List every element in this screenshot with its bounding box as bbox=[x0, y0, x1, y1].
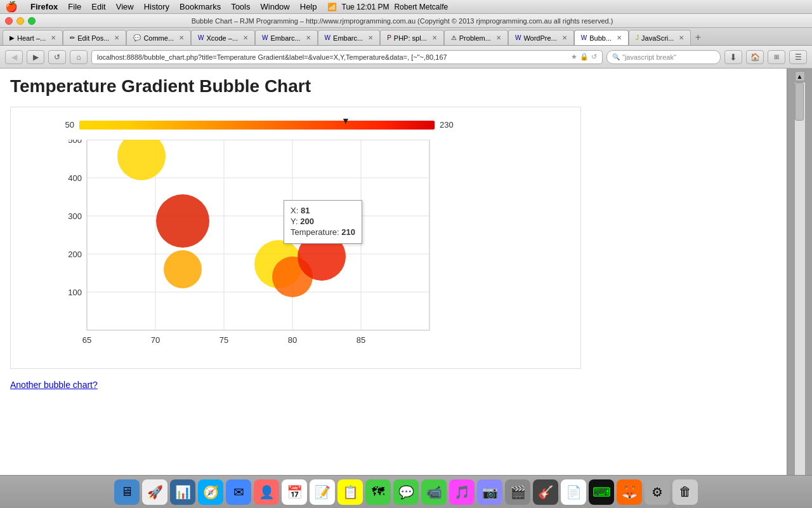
menu-firefox[interactable]: Firefox bbox=[30, 2, 58, 11]
forward-button[interactable]: ▶ bbox=[27, 50, 44, 64]
traffic-lights[interactable] bbox=[5, 17, 36, 25]
dock-garageband[interactable]: 🎸 bbox=[533, 479, 558, 505]
dock-launchpad[interactable]: 🚀 bbox=[142, 479, 167, 505]
nav-icon2[interactable]: 🏠 bbox=[746, 50, 764, 64]
menu-view[interactable]: View bbox=[116, 2, 134, 11]
tab-favicon: W bbox=[198, 34, 204, 41]
ssl-icon: 🔒 bbox=[580, 53, 589, 61]
dock-imovie[interactable]: 🎬 bbox=[505, 479, 530, 505]
dock-contacts[interactable]: 👤 bbox=[254, 479, 279, 505]
page-title: Temperature Gradient Bubble Chart bbox=[10, 76, 776, 97]
tab-comme[interactable]: 💬 Comme... ✕ bbox=[126, 30, 191, 45]
gradient-min-label: 50 bbox=[55, 120, 74, 130]
dock-systemprefs[interactable]: ⚙ bbox=[645, 479, 670, 505]
bubble-3[interactable] bbox=[164, 250, 202, 288]
tab-close-xcode[interactable]: ✕ bbox=[243, 34, 248, 41]
dock-terminal[interactable]: ⌨ bbox=[589, 479, 614, 505]
tab-php[interactable]: P PHP: spl... ✕ bbox=[380, 30, 444, 45]
tab-heart[interactable]: ▶ Heart –... ✕ bbox=[3, 30, 63, 45]
nav-icon3[interactable]: ⊞ bbox=[768, 50, 785, 64]
bubble-6[interactable] bbox=[298, 232, 346, 281]
bubble-chart-svg: 500 400 300 200 100 65 70 75 80 85 bbox=[49, 140, 442, 356]
search-engine-icon: 🔍 bbox=[612, 53, 620, 60]
minimize-button[interactable] bbox=[16, 17, 24, 25]
reload-button[interactable]: ↺ bbox=[48, 50, 66, 64]
maximize-button[interactable] bbox=[28, 17, 36, 25]
dock-messages[interactable]: 💬 bbox=[393, 479, 419, 505]
search-bar[interactable]: 🔍 "javascript break" bbox=[606, 50, 721, 64]
nav-icon1[interactable]: ⬇ bbox=[724, 50, 742, 64]
scroll-thumb[interactable] bbox=[795, 83, 804, 121]
dock-textedit[interactable]: 📄 bbox=[561, 479, 586, 505]
dock-maps[interactable]: 🗺 bbox=[365, 479, 391, 505]
tab-favicon: P bbox=[387, 34, 391, 41]
apple-menu[interactable]: 🍎 bbox=[5, 1, 18, 13]
menu-bookmarks[interactable]: Bookmarks bbox=[180, 2, 221, 11]
tab-editpos[interactable]: ✏ Edit Pos... ✕ bbox=[63, 30, 126, 45]
tab-close-problem[interactable]: ✕ bbox=[496, 34, 501, 41]
gradient-max-label: 230 bbox=[440, 120, 454, 130]
another-chart-link[interactable]: Another bubble chart? bbox=[10, 380, 98, 390]
tab-label: Embarc... bbox=[271, 34, 301, 42]
tab-close-comme[interactable]: ✕ bbox=[179, 34, 184, 41]
tab-label: JavaScri... bbox=[641, 34, 674, 42]
tab-problem[interactable]: ⚠ Problem... ✕ bbox=[444, 30, 508, 45]
dock-firefox[interactable]: 🦊 bbox=[617, 479, 642, 505]
menu-help[interactable]: Help bbox=[300, 2, 317, 11]
menu-history[interactable]: History bbox=[144, 2, 169, 11]
tab-favicon: W bbox=[581, 34, 587, 41]
dock-safari[interactable]: 🧭 bbox=[198, 479, 223, 505]
tab-close-heart[interactable]: ✕ bbox=[51, 34, 56, 41]
chart-area: 500 400 300 200 100 65 70 75 80 85 bbox=[49, 140, 568, 356]
close-button[interactable] bbox=[5, 17, 13, 25]
back-button[interactable]: ◀ bbox=[5, 50, 23, 64]
browser-scrollbar[interactable]: ▲ ▼ bbox=[787, 69, 812, 493]
refresh-icon[interactable]: ↺ bbox=[591, 53, 597, 61]
new-tab-button[interactable]: + bbox=[691, 30, 705, 45]
tab-wordpress[interactable]: W WordPre... ✕ bbox=[508, 30, 574, 45]
bookmark-star[interactable]: ★ bbox=[571, 53, 577, 61]
dock-reminders[interactable]: 📝 bbox=[310, 479, 335, 505]
menu-edit[interactable]: Edit bbox=[91, 2, 105, 11]
tab-close-javascript[interactable]: ✕ bbox=[679, 34, 684, 41]
tab-favicon: ✏ bbox=[70, 34, 75, 41]
menu-tools[interactable]: Tools bbox=[231, 2, 250, 11]
tab-close-php[interactable]: ✕ bbox=[432, 34, 437, 41]
tab-close-embarc2[interactable]: ✕ bbox=[368, 34, 373, 41]
tab-embarc2[interactable]: W Embarc... ✕ bbox=[318, 30, 381, 45]
tab-close-bubb[interactable]: ✕ bbox=[617, 34, 622, 41]
tab-close-editpos[interactable]: ✕ bbox=[114, 34, 119, 41]
tab-bar: ▶ Heart –... ✕ ✏ Edit Pos... ✕ 💬 Comme..… bbox=[0, 28, 812, 46]
dock-iphoto[interactable]: 📷 bbox=[477, 479, 502, 505]
dock-trash[interactable]: 🗑 bbox=[672, 479, 698, 505]
home-button[interactable]: ⌂ bbox=[70, 50, 88, 64]
browser-content: Temperature Gradient Bubble Chart 50 230 bbox=[0, 69, 812, 493]
dock-facetime[interactable]: 📹 bbox=[421, 479, 447, 505]
scroll-track[interactable] bbox=[795, 83, 805, 481]
tab-favicon: W bbox=[325, 34, 331, 41]
tab-close-embarc1[interactable]: ✕ bbox=[306, 34, 311, 41]
dock-calendar[interactable]: 📅 bbox=[282, 479, 307, 505]
svg-text:300: 300 bbox=[68, 211, 82, 221]
tab-embarc1[interactable]: W Embarc... ✕ bbox=[255, 30, 318, 45]
bubble-2[interactable] bbox=[156, 194, 209, 248]
dock-notes[interactable]: 📋 bbox=[337, 479, 363, 505]
dock-dashboard[interactable]: 📊 bbox=[170, 479, 195, 505]
scroll-up-button[interactable]: ▲ bbox=[795, 71, 805, 81]
tab-xcode[interactable]: W Xcode –... ✕ bbox=[191, 30, 255, 45]
dock-mail[interactable]: ✉ bbox=[226, 479, 251, 505]
menu-window[interactable]: Window bbox=[261, 2, 290, 11]
tab-close-wordpress[interactable]: ✕ bbox=[562, 34, 567, 41]
dock-itunes[interactable]: 🎵 bbox=[449, 479, 475, 505]
nav-icon4[interactable]: ☰ bbox=[789, 50, 807, 64]
tab-bubb[interactable]: W Bubb... ✕ bbox=[574, 30, 629, 45]
page-area: Temperature Gradient Bubble Chart 50 230 bbox=[0, 69, 787, 493]
browser-titlebar: Bubble Chart – RJM Programming – http://… bbox=[0, 14, 812, 28]
window-title: Bubble Chart – RJM Programming – http://… bbox=[36, 17, 769, 25]
svg-text:100: 100 bbox=[68, 288, 82, 297]
address-bar[interactable]: localhost:8888/bubble_chart.php?title=Te… bbox=[91, 50, 603, 64]
dock-finder[interactable]: 🖥 bbox=[114, 479, 140, 505]
menu-file[interactable]: File bbox=[68, 2, 81, 11]
tab-javascript[interactable]: J JavaScri... ✕ bbox=[629, 30, 691, 45]
tab-label: PHP: spl... bbox=[394, 34, 427, 42]
